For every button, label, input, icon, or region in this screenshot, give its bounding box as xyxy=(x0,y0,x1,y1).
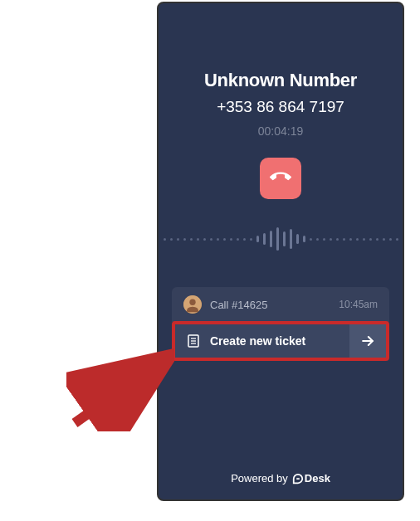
ticket-label: Call #14625 xyxy=(210,299,330,311)
svg-line-9 xyxy=(75,363,159,423)
existing-ticket-row[interactable]: Call #14625 10:45am xyxy=(172,287,389,322)
ticket-time: 10:45am xyxy=(339,299,378,310)
call-panel: Unknown Number +353 86 864 7197 00:04:19 xyxy=(157,2,404,501)
create-ticket-label: Create new ticket xyxy=(210,334,339,348)
create-ticket-button[interactable]: Create new ticket xyxy=(175,324,386,358)
arrow-right-icon xyxy=(349,324,386,358)
avatar xyxy=(183,295,202,314)
brand-name: Desk xyxy=(305,472,330,484)
brand-logo: Desk xyxy=(292,472,330,484)
call-duration: 00:04:19 xyxy=(258,124,304,138)
phone-hangup-icon xyxy=(270,166,291,191)
hangup-button[interactable] xyxy=(260,158,301,199)
powered-by-label: Powered by xyxy=(231,472,288,484)
svg-point-1 xyxy=(189,299,195,305)
document-icon xyxy=(187,334,200,348)
caller-name: Unknown Number xyxy=(204,70,357,91)
brand-mark-icon xyxy=(292,473,304,484)
create-ticket-highlight: Create new ticket xyxy=(172,321,389,361)
ticket-section: Call #14625 10:45am Create new ticket xyxy=(172,287,389,361)
audio-waveform xyxy=(159,222,403,256)
footer: Powered by Desk xyxy=(159,472,403,484)
phone-number: +353 86 864 7197 xyxy=(217,98,344,116)
